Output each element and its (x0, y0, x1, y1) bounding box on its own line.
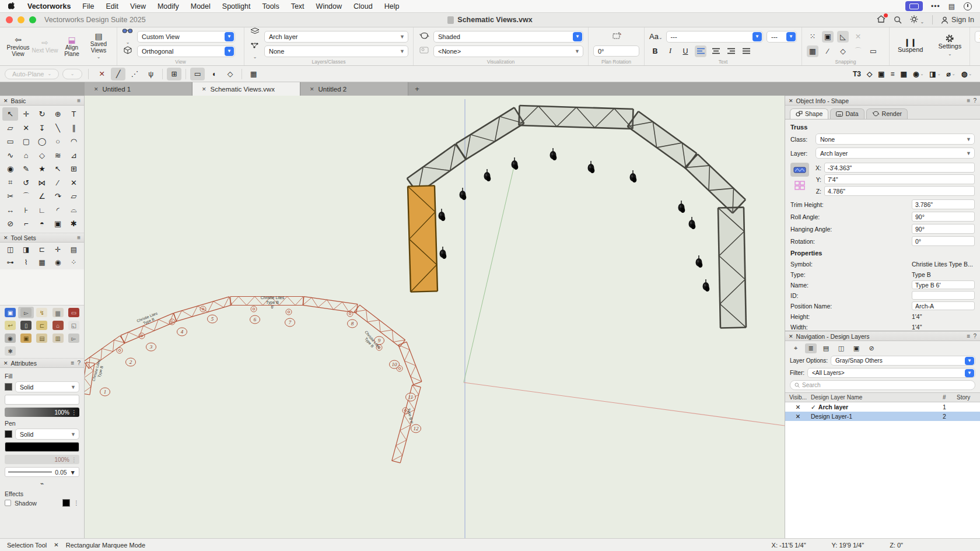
plan-rotation-icon[interactable] (611, 31, 622, 42)
close-icon[interactable]: ✕ (789, 334, 793, 339)
fixture-number-bubble[interactable]: 10 (390, 360, 400, 368)
x-input[interactable]: -3'4.363" (824, 163, 975, 173)
next-view-button[interactable]: ⇨Next View (32, 38, 58, 54)
snap-to-edge-button[interactable]: ∕ (822, 45, 834, 57)
line-weight-dropdown[interactable]: 0.05▼ (5, 467, 79, 477)
rotate-tool[interactable]: ↺ (18, 176, 34, 189)
lighting-device-tool[interactable]: ◫ (2, 244, 18, 255)
class-dropdown[interactable]: None▼ (264, 45, 408, 57)
truss-mode-button[interactable] (790, 163, 809, 177)
spotlight-options-icon[interactable]: ◉⌄ (913, 70, 923, 78)
lux-tool[interactable]: ◉ (50, 257, 66, 268)
snap-to-angle-button[interactable]: ◺ (837, 31, 849, 43)
chain-dimension-tool[interactable]: ⌓ (66, 203, 82, 217)
box-truss-tool[interactable]: ▥ (50, 332, 66, 344)
layer-dropdown[interactable]: Arch layer▼ (264, 31, 408, 43)
sign-in-button[interactable]: Sign In (941, 16, 974, 24)
menu-modify[interactable]: Modify (158, 2, 179, 10)
regular-polygon-tool[interactable]: ⊿ (66, 149, 82, 162)
visibility-options-icon[interactable]: ⌀⌄ (947, 70, 956, 78)
italic-button[interactable]: I (664, 45, 676, 57)
eyedropper-tool[interactable]: ✎ (18, 162, 34, 176)
truss-segment[interactable] (685, 154, 746, 213)
pipe-tool[interactable]: ⊏ (34, 320, 50, 331)
color-grid-icon[interactable]: ▦ (901, 70, 907, 78)
snap-to-distance-button[interactable]: ◇ (837, 45, 849, 57)
palette-menu-icon[interactable]: ≡ (967, 333, 971, 339)
dmx-patch-tool[interactable]: ▦ (34, 257, 50, 268)
fixture-number-bubble[interactable]: 6 (250, 315, 260, 324)
home-button[interactable] (877, 15, 886, 24)
flyover-tool[interactable]: ↻ (34, 107, 50, 121)
unconstrained-mode-button[interactable]: ✕ (94, 68, 109, 80)
menu-vectorworks[interactable]: Vectorworks (27, 2, 71, 10)
menu-view[interactable]: View (130, 2, 146, 10)
moving-light-fixture[interactable] (460, 188, 467, 200)
reshape-tool[interactable]: ⌗ (2, 176, 18, 189)
y-input[interactable]: 7'4" (824, 174, 975, 184)
snap-to-intersection-button[interactable]: ▦ (807, 45, 818, 57)
moving-light-fixture[interactable] (696, 255, 703, 268)
fill-swatch[interactable] (5, 383, 12, 391)
pen-color-bar[interactable] (5, 442, 79, 452)
fill-opacity-slider[interactable]: 100%⋮ (5, 408, 79, 417)
scissors-tool[interactable]: ✂ (2, 189, 18, 203)
property-value[interactable]: Type B 6' (912, 280, 975, 289)
clip-tool[interactable]: ⊞ (66, 162, 82, 176)
schematic-truss-segment[interactable] (303, 297, 358, 313)
mirror-tool[interactable]: ⋈ (34, 176, 50, 189)
schematic-light-fixture[interactable] (117, 348, 123, 353)
font-size-dropdown[interactable]: ---▼ (766, 31, 797, 43)
soft-goods-tool[interactable]: ◱ (66, 320, 82, 331)
projection-cube-icon[interactable] (122, 46, 134, 56)
menu-file[interactable]: File (82, 2, 94, 10)
classes-icon[interactable]: ⌄ (249, 42, 261, 60)
help-icon[interactable]: ? (973, 97, 977, 104)
selection-tool[interactable]: ↖ (2, 107, 18, 121)
close-icon[interactable]: ✕ (202, 86, 206, 92)
menu-edit[interactable]: Edit (106, 2, 119, 10)
snapping-settings-button[interactable]: Settings⌄ (935, 34, 965, 58)
constrained-mode-button[interactable]: ╱ (111, 68, 125, 80)
rotation-input[interactable]: 0° (912, 236, 975, 246)
projection-dropdown[interactable]: Orthogonal▼ (137, 45, 235, 57)
layer-stack-icon[interactable]: ≡ (891, 70, 895, 78)
line-style-button[interactable]: ⌁ (33, 479, 51, 488)
search-icon[interactable] (894, 16, 902, 24)
arc-tool[interactable]: ◠ (66, 135, 82, 148)
delete-vertex-tool[interactable]: ✕ (18, 121, 34, 135)
no-snap-button[interactable]: ✕ (852, 31, 864, 43)
text-tool[interactable]: T (66, 107, 82, 121)
palette-menu-icon[interactable]: ≡ (77, 234, 80, 241)
close-icon[interactable]: ✕ (4, 235, 8, 241)
lasso-marquee-mode-button[interactable]: ◖ (206, 68, 221, 80)
align-justify-button[interactable] (740, 45, 752, 57)
offset-tool[interactable]: ∕ (50, 176, 66, 189)
layer-options-dropdown[interactable]: Gray/Snap Others▼ (831, 356, 975, 366)
camera-view-icon[interactable]: ▣ (878, 70, 884, 78)
close-icon[interactable]: ✕ (310, 86, 314, 92)
schematic-light-fixture[interactable] (286, 309, 292, 315)
visibility-cell[interactable]: ✕ (785, 413, 811, 420)
snap-to-grid-button[interactable]: ⁙ (807, 31, 818, 43)
stamp-tool[interactable]: ▣ (50, 217, 66, 230)
house-rigging-tool[interactable]: ⌂ (50, 320, 66, 331)
property-value[interactable]: Arch-A (912, 301, 975, 310)
fixture-number-bubble[interactable]: 12 (411, 424, 421, 433)
drawing-canvas[interactable]: 123456789101112Christie LitesType B6'Chr… (85, 96, 785, 538)
align-plane-button[interactable]: ⬓Align Plane (58, 36, 85, 57)
tape-measure-tool[interactable]: ⌐ (18, 217, 34, 230)
nav-classes-icon[interactable]: ⌖ (790, 343, 802, 353)
previous-view-button[interactable]: ⇦Previous View (5, 36, 32, 57)
fill-color-bar[interactable] (5, 395, 79, 405)
pen-style-dropdown[interactable]: Solid▼ (15, 429, 79, 440)
polygon-tool[interactable]: ⌂ (18, 149, 34, 162)
render-mode-dropdown[interactable]: Shaded▼ (433, 31, 583, 43)
rectangular-marquee-mode-button[interactable]: ▭ (190, 68, 205, 80)
stack-tool[interactable]: ↧ (34, 121, 50, 135)
callout-tool[interactable]: ▱ (2, 121, 18, 135)
shadow-checkbox[interactable] (5, 500, 11, 506)
render-style-icon[interactable] (418, 47, 430, 55)
moving-light-fixture[interactable] (630, 170, 637, 183)
close-icon[interactable]: ✕ (789, 98, 793, 104)
